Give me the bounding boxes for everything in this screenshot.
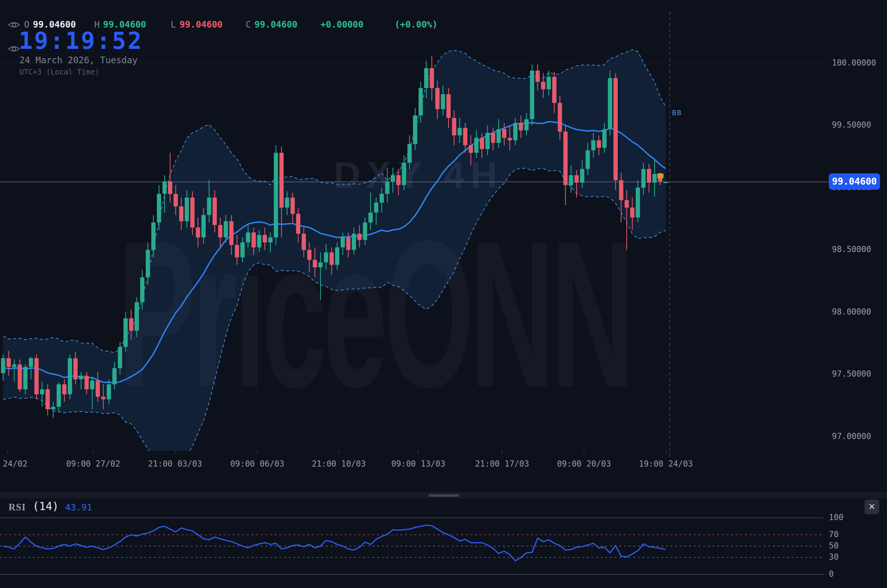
price-axis-label: 97.00000 [832, 432, 871, 441]
time-axis-label: 21:00 10/03 [312, 459, 366, 469]
rsi-axis-label: 50 [829, 541, 838, 550]
time-axis-label: 09:00 27/02 [66, 459, 120, 469]
time-axis-label: 09:00 06/03 [230, 459, 284, 469]
current-price-badge: 99.04600 [829, 173, 880, 190]
time-axis-label: 19:00 24/03 [639, 459, 693, 469]
ohlc-low: L99.04600 [171, 19, 223, 29]
close-label: C [246, 19, 251, 29]
date-label: 24 March 2026, Tuesday [19, 55, 138, 65]
close-value: 99.04600 [255, 19, 298, 29]
rsi-axis-label: 100 [829, 513, 844, 522]
price-axis-label: 100.00000 [832, 58, 876, 67]
time-axis-label: 09:00 20/03 [557, 459, 611, 469]
rsi-axis-label: 70 [829, 530, 838, 539]
rsi-period: (14) [33, 500, 59, 513]
trading-terminal: DXY 4H PriceONN O99.04600 H99.04600 L99.… [0, 0, 887, 588]
price-axis-label: 99.50000 [832, 120, 871, 130]
low-label: L [171, 19, 176, 29]
rsi-title: RSI [9, 502, 26, 513]
time-axis-label: 21:00 03/03 [148, 459, 202, 469]
current-candle-marker [657, 173, 664, 178]
price-change-percent: (+0.00%) [395, 19, 438, 29]
digital-clock: 19:19:52 [19, 27, 143, 54]
time-axis-label: 09:00 13/03 [391, 459, 445, 469]
low-value: 99.04600 [180, 19, 223, 29]
candlestick-chart[interactable] [0, 0, 887, 588]
rsi-value: 43.91 [65, 502, 92, 512]
time-axis-label: 21:00 17/03 [475, 459, 529, 469]
price-change: +0.00000 [320, 19, 364, 29]
timezone-label: UTC+3 (Local Time) [19, 67, 99, 76]
rsi-axis-label: 0 [829, 569, 834, 579]
rsi-axis-label: 30 [829, 552, 838, 562]
time-axis-label: 00 24/02 [0, 459, 28, 469]
ohlc-close: C99.04600 [246, 19, 298, 29]
price-axis-label: 97.50000 [832, 369, 871, 379]
bollinger-band-label: BB [672, 109, 682, 117]
price-axis-label: 98.50000 [832, 245, 871, 254]
price-axis-label: 98.00000 [832, 307, 871, 316]
